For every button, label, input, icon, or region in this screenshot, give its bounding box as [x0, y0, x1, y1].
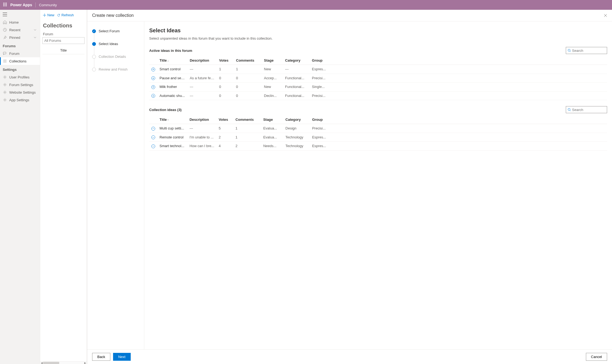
nav-recent-label: Recent [9, 28, 20, 32]
add-idea-button[interactable]: + [151, 85, 155, 89]
step-review-finish[interactable]: Review and Finish [92, 67, 139, 71]
col-group[interactable]: Group [310, 56, 332, 65]
col-votes[interactable]: Votes [217, 115, 233, 124]
gear-icon [3, 83, 7, 87]
scrollbar-thumb[interactable] [43, 362, 59, 364]
nav-collections[interactable]: Collections [0, 57, 40, 65]
cell-category: --- [283, 65, 310, 74]
col-category[interactable]: Category [283, 56, 310, 65]
stepper: Select Forum Select Ideas Collection Det… [87, 21, 144, 349]
mid-col-title[interactable]: Title [42, 44, 85, 54]
nav-website-settings[interactable]: Website Settings [0, 88, 40, 96]
collection-search[interactable] [566, 106, 607, 113]
nav-app-settings[interactable]: App Settings [0, 96, 40, 104]
cell-stage: New [262, 83, 283, 91]
col-category[interactable]: Category [283, 115, 310, 124]
scroll-right-icon[interactable]: ▶ [84, 362, 87, 364]
table-row[interactable]: +Pause and serveAs a future fea...00Acce… [149, 74, 607, 83]
col-stage[interactable]: Stage [262, 56, 283, 65]
nav-user-profiles[interactable]: User Profiles [0, 73, 40, 81]
content-heading: Select Ideas [149, 27, 607, 34]
active-search-input[interactable] [572, 49, 605, 53]
col-votes[interactable]: Votes [217, 56, 234, 65]
refresh-button[interactable]: Refresh [57, 13, 74, 17]
forum-icon [3, 51, 7, 56]
nav-pinned-label: Pinned [9, 36, 20, 40]
nav-forum[interactable]: Forum [0, 50, 40, 57]
remove-idea-button[interactable]: − [151, 135, 155, 139]
remove-idea-button[interactable]: − [151, 127, 155, 131]
step-label: Select Ideas [99, 42, 118, 46]
table-row[interactable]: −Remote controlI'm unable to ...21Evalua… [149, 133, 607, 142]
cell-group: Espres... [310, 142, 332, 151]
nav-recent[interactable]: Recent [0, 26, 40, 34]
cell-comments: 1 [233, 124, 261, 133]
cell-title: Automatic shu... [157, 91, 188, 100]
nav-forum-settings[interactable]: Forum Settings [0, 81, 40, 88]
cell-category: Functional... [283, 83, 310, 91]
cell-group: Espres... [310, 133, 332, 142]
topbar-divider [35, 2, 36, 7]
col-group[interactable]: Group [310, 115, 332, 124]
table-row[interactable]: +Smart control---11New---Espres... [149, 65, 607, 74]
step-select-forum[interactable]: Select Forum [92, 29, 139, 42]
new-button[interactable]: New [43, 13, 54, 17]
cell-stage: Needs... [261, 142, 283, 151]
svg-point-6 [568, 49, 570, 51]
next-button[interactable]: Next [113, 353, 131, 361]
step-label: Select Forum [99, 29, 120, 33]
table-row[interactable]: −Smart technol...How can I bre...42Needs… [149, 142, 607, 151]
cell-group: Precisi... [310, 91, 332, 100]
cell-title: Remote control [157, 133, 187, 142]
cell-title: Multi cup setti... [157, 124, 187, 133]
svg-rect-1 [3, 52, 6, 54]
cell-votes: 0 [217, 83, 234, 91]
new-label: New [47, 13, 54, 17]
back-button[interactable]: Back [92, 353, 110, 361]
collection-search-input[interactable] [572, 108, 605, 112]
top-bar: Power Apps Community [0, 0, 612, 10]
collection-ideas-table: Title↑ Description Votes Comments Stage … [149, 115, 607, 151]
col-title[interactable]: Title↑ [157, 115, 187, 124]
step-done-icon [92, 29, 96, 33]
table-row[interactable]: −Multi cup setti...---51Evalua...DesignP… [149, 124, 607, 133]
cell-category: Technology [283, 142, 310, 151]
cell-comments: 2 [233, 142, 261, 151]
active-search[interactable] [566, 47, 607, 54]
horizontal-scrollbar[interactable]: ◀ ▶ [40, 361, 87, 364]
cell-votes: 4 [217, 142, 233, 151]
forum-select[interactable] [42, 37, 85, 44]
remove-idea-button[interactable]: − [151, 144, 155, 148]
col-description[interactable]: Description [188, 56, 217, 65]
plus-icon [43, 14, 46, 17]
close-button[interactable] [604, 14, 607, 17]
col-title[interactable]: Title↓ [157, 56, 188, 65]
table-row[interactable]: +Milk frother---00NewFunctional...Single… [149, 83, 607, 91]
nav-pinned[interactable]: Pinned [0, 34, 40, 41]
col-description[interactable]: Description [187, 115, 216, 124]
cell-category: Technology [283, 133, 310, 142]
step-collection-details[interactable]: Collection Details [92, 55, 139, 67]
col-stage[interactable]: Stage [261, 115, 283, 124]
cancel-button[interactable]: Cancel [586, 353, 607, 361]
left-nav: Home Recent Pinned Forums Forum Collecti… [0, 10, 40, 364]
step-label: Collection Details [99, 55, 126, 59]
add-idea-button[interactable]: + [151, 94, 155, 98]
col-comments[interactable]: Comments [234, 56, 262, 65]
search-icon [568, 49, 571, 52]
step-select-ideas[interactable]: Select Ideas [92, 42, 139, 55]
nav-home[interactable]: Home [0, 18, 40, 26]
nav-forum-label: Forum [9, 52, 20, 56]
svg-point-5 [4, 99, 5, 100]
cell-category: Functional... [283, 74, 310, 83]
add-idea-button[interactable]: + [151, 76, 155, 80]
waffle-icon[interactable] [3, 3, 8, 7]
nav-section-forums: Forums [0, 41, 40, 50]
cell-stage: Evalua... [261, 133, 283, 142]
gear-icon [3, 75, 7, 79]
cell-category: Functional... [283, 91, 310, 100]
table-row[interactable]: +Automatic shu...---00Declin...Functiona… [149, 91, 607, 100]
col-comments[interactable]: Comments [233, 115, 261, 124]
add-idea-button[interactable]: + [151, 68, 155, 71]
hamburger-button[interactable] [0, 10, 40, 18]
